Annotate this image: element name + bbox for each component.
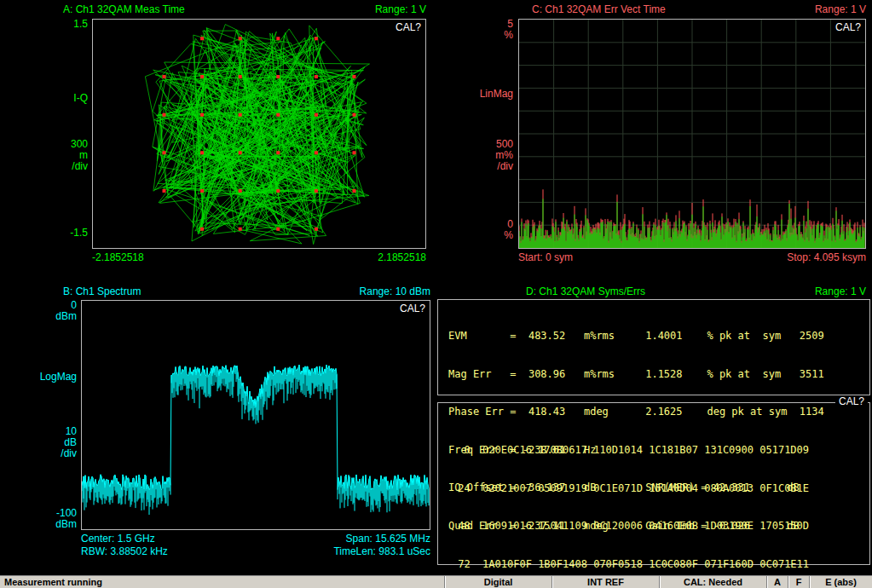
trace-format-button[interactable]: F [788,576,809,588]
trace-c-title[interactable]: C: Ch1 32QAM Err Vect Time [532,4,666,15]
trace-d-cal-indicator: CAL? [835,396,868,407]
summary-row-evm: EVM = 483.52 m%rms 1.4001 % pk at sym 25… [448,329,869,343]
constellation-plot [93,20,425,248]
trace-b-center-label[interactable]: Center: 1.5 GHz [81,533,155,545]
reference-indicator: INT REF [551,576,659,588]
trace-b-timelen-label: TimeLen: 983.1 uSec [294,546,430,557]
trace-a-format-label: I-Q [49,93,88,104]
trace-c-xstart-label[interactable]: Start: 0 sym [518,252,573,263]
trace-d-range[interactable]: Range: 1 V [759,286,866,297]
trace-c-xstop-label[interactable]: Stop: 4.095 ksym [747,252,866,263]
trace-c-format-label: LinMag [475,89,513,100]
trace-a-ymin-label[interactable]: -1.5 [49,228,88,239]
symbol-table[interactable]: CAL? 0 020E0C16 17080617 110D1014 1C181B… [437,402,870,565]
trace-a-plot-area[interactable]: CAL? [92,19,426,249]
trace-b-plot-area[interactable]: CAL? [81,300,430,530]
trace-b-ymin-unit: dBm [38,519,77,530]
calibration-status[interactable]: CAL: Needed [659,576,766,588]
trace-b-cal-indicator: CAL? [400,303,425,314]
trace-a-xmin-label[interactable]: -2.1852518 [92,252,144,263]
trace-b-ymax-unit: dBm [38,311,77,322]
status-bar: Measurement running Digital INT REF CAL:… [0,575,872,588]
spectrum-plot [82,301,430,529]
trace-b-range[interactable]: Range: 10 dBm [326,286,430,297]
trace-c-plot-area[interactable]: CAL? [518,19,866,249]
symbol-row: 24 02021007 05091919 0C1E071D 151A0D04 0… [452,481,869,496]
trace-c-cal-indicator: CAL? [835,22,861,33]
trace-c-perdiv-suffix: /div [475,161,513,172]
trace-b-format-label: LogMag [38,372,77,383]
trace-a-cal-indicator: CAL? [396,22,421,33]
demod-mode-indicator: Digital [444,576,551,588]
symbol-row: 72 1A010F0F 1B0F1408 070F0518 1C0C080F 0… [452,557,869,572]
trace-c-ymax-unit: % [475,30,513,41]
trace-c-range[interactable]: Range: 1 V [759,4,866,15]
trace-a-perdiv-suffix: /div [49,161,88,172]
trace-a-ymax-label[interactable]: 1.5 [49,19,88,30]
trace-b-span-label[interactable]: Span: 15.625 MHz [294,533,430,545]
symbol-row: 0 020E0C16 17080617 110D1014 1C181B07 13… [452,443,869,458]
trace-a-range[interactable]: Range: 1 V [322,4,426,15]
trace-b-title[interactable]: B: Ch1 Spectrum [63,286,141,297]
trace-d-title[interactable]: D: Ch1 32QAM Syms/Errs [526,286,645,297]
trace-a-title[interactable]: A: Ch1 32QAM Meas Time [63,4,185,15]
trace-b-rbw-label: RBW: 3.88502 kHz [81,546,168,557]
trace-c-ymin-unit: % [475,230,513,241]
vsa-window: A: Ch1 32QAM Meas Time Range: 1 V 1.5 I-… [0,0,872,588]
symbol-row: 48 16091016 15041109 0C120006 04160E0B 1… [452,519,869,533]
measurement-state: Measurement running [0,576,444,588]
trace-a-xmax-label[interactable]: 2.1852518 [322,252,426,263]
trace-b-perdiv-suffix: /div [38,448,77,459]
error-summary-table: EVM = 483.52 m%rms 1.4001 % pk at sym 25… [437,299,870,395]
summary-row-mag-err: Mag Err = 308.96 m%rms 1.1528 % pk at sy… [448,367,869,382]
active-trace-button[interactable]: A [766,576,788,588]
error-vector-plot [519,20,865,248]
trace-scale-button[interactable]: E (abs) [809,576,872,588]
